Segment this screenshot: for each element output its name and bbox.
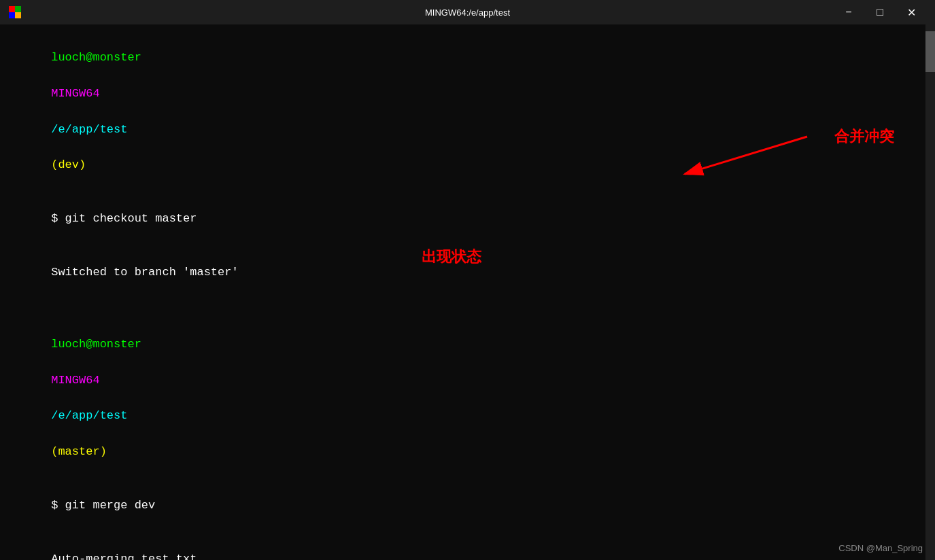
blank-line-1 [10,300,925,317]
svg-rect-0 [9,6,15,12]
path-master: /e/app/test [51,409,127,422]
user-host-dev: luoch@monster [51,51,141,64]
csdn-watermark: CSDN @Man_Spring [838,542,923,555]
branch-dev: (dev) [51,158,86,171]
command-merge: $ git merge dev [10,479,925,533]
mingw-master: MINGW64 [51,374,99,387]
scrollbar[interactable] [925,24,935,560]
window-controls: − □ ✕ [833,0,927,24]
path-dev: /e/app/test [51,123,127,136]
mingw-dev: MINGW64 [51,87,99,100]
minimize-button[interactable]: − [833,0,864,24]
maximize-button[interactable]: □ [864,0,896,24]
prompt-line-dev: luoch@monster MINGW64 /e/app/test (dev) [10,31,925,192]
window-title: MINGW64:/e/app/test [425,7,510,18]
titlebar: MINGW64:/e/app/test − □ ✕ [0,0,935,24]
svg-rect-2 [9,12,15,18]
annotation-merge-conflict: 合并冲突 [834,125,894,147]
user-host-master: luoch@monster [51,338,141,351]
close-button[interactable]: ✕ [896,0,927,24]
svg-rect-3 [15,12,21,18]
terminal-body[interactable]: luoch@monster MINGW64 /e/app/test (dev) … [0,24,935,560]
scrollbar-thumb[interactable] [925,31,935,72]
svg-rect-1 [15,6,21,12]
branch-master: (master) [51,445,107,458]
terminal-window: MINGW64:/e/app/test − □ ✕ luoch@monster … [0,0,935,560]
output-automerge: Auto-merging test.txt [10,533,925,560]
prompt-line-master: luoch@monster MINGW64 /e/app/test (maste… [10,318,925,479]
command-checkout: $ git checkout master [10,192,925,246]
annotation-state-label: 出现状态 [422,245,481,268]
app-icon [8,5,22,19]
